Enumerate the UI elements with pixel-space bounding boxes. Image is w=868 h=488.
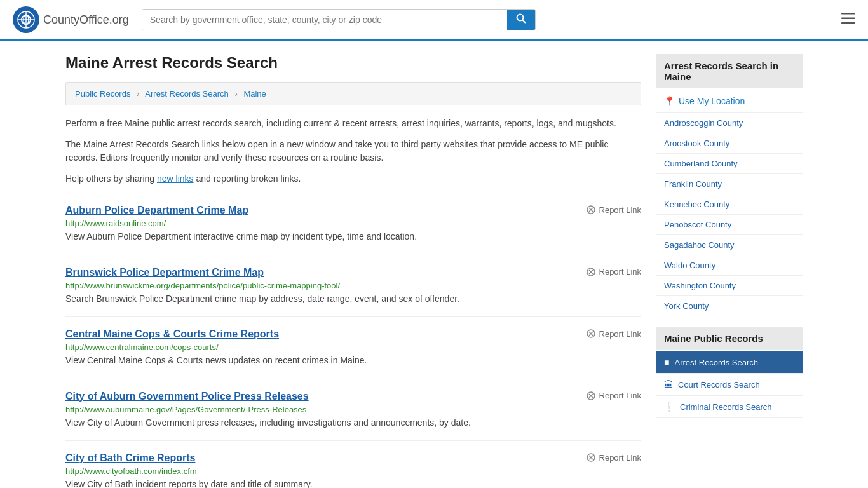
result-title[interactable]: City of Bath Crime Reports — [65, 452, 195, 464]
result-url[interactable]: http://www.centralmaine.com/cops-courts/ — [65, 342, 641, 352]
sidebar-item-washington[interactable]: Washington County — [656, 276, 803, 295]
arrest-records-label: Arrest Records Search — [674, 358, 758, 367]
main-content: Maine Arrest Records Search Public Recor… — [65, 54, 641, 488]
description-p3-suffix: and reporting broken links. — [194, 173, 301, 184]
description-p3: Help others by sharing new links and rep… — [65, 172, 641, 186]
result-item: City of Auburn Government Police Press R… — [65, 379, 641, 442]
sidebar-item-aroostook[interactable]: Aroostook County — [656, 133, 803, 153]
result-url[interactable]: http://www.cityofbath.com/index.cfm — [65, 466, 641, 476]
court-records-label: Court Records Search — [678, 380, 760, 390]
result-title[interactable]: City of Auburn Government Police Press R… — [65, 391, 309, 402]
result-title[interactable]: Auburn Police Department Crime Map — [65, 205, 248, 216]
report-icon — [586, 329, 596, 339]
sidebar-item-sagadahoc[interactable]: Sagadahoc County — [656, 235, 803, 255]
breadcrumb-arrest-records[interactable]: Arrest Records Search — [145, 89, 229, 98]
breadcrumb-maine[interactable]: Maine — [243, 89, 266, 98]
svg-rect-8 — [841, 18, 855, 20]
report-link-btn[interactable]: Report Link — [586, 205, 641, 215]
results-list: Auburn Police Department Crime Map Repor… — [65, 193, 641, 488]
report-link-btn[interactable]: Report Link — [586, 391, 641, 401]
sidebar-item-york[interactable]: York County — [656, 296, 803, 316]
result-url[interactable]: http://www.raidsonline.com/ — [65, 219, 641, 228]
report-icon — [586, 452, 596, 463]
result-item: Central Maine Cops & Courts Crime Report… — [65, 317, 641, 379]
breadcrumb-sep-2: › — [234, 89, 237, 98]
sidebar-item-court-records[interactable]: 🏛 Court Records Search — [656, 374, 803, 395]
sidebar-item-waldo[interactable]: Waldo County — [656, 255, 803, 275]
result-title[interactable]: Brunswick Police Department Crime Map — [65, 267, 264, 278]
sidebar-item-arrest-records[interactable]: ■ Arrest Records Search — [656, 351, 803, 373]
list-item: Waldo County — [656, 255, 803, 276]
logo-text: CountyOffice.org — [43, 13, 129, 27]
logo-icon — [13, 6, 39, 33]
search-input[interactable] — [142, 10, 507, 30]
result-desc: Search Brunswick Police Department crime… — [65, 293, 641, 306]
sidebar-public-records-header: Maine Public Records — [656, 327, 803, 350]
list-item: Kennebec County — [656, 194, 803, 215]
hamburger-icon — [841, 13, 855, 24]
result-title[interactable]: Central Maine Cops & Courts Crime Report… — [65, 329, 279, 340]
search-button[interactable] — [507, 10, 535, 30]
list-item: Aroostook County — [656, 133, 803, 154]
pin-icon: 📍 — [664, 96, 675, 106]
svg-rect-9 — [841, 22, 855, 24]
result-url[interactable]: http://www.auburnmaine.gov/Pages/Governm… — [65, 405, 641, 414]
breadcrumb-public-records[interactable]: Public Records — [75, 89, 130, 98]
description-p2: The Maine Arrest Records Search links be… — [65, 138, 641, 165]
list-item: 🏛 Court Records Search — [656, 374, 803, 396]
arrest-records-icon: ■ — [664, 357, 669, 367]
report-link-btn[interactable]: Report Link — [586, 452, 641, 463]
result-item: Brunswick Police Department Crime Map Re… — [65, 255, 641, 318]
breadcrumb-sep-1: › — [137, 89, 139, 98]
use-my-location-btn[interactable]: 📍 Use My Location — [656, 90, 803, 113]
report-icon — [586, 267, 596, 277]
county-list: Androscoggin County Aroostook County Cum… — [656, 113, 803, 316]
result-desc: View City of Auburn Government press rel… — [65, 417, 641, 430]
result-url[interactable]: http://www.brunswickme.org/departments/p… — [65, 281, 641, 290]
sidebar-item-franklin[interactable]: Franklin County — [656, 174, 803, 194]
use-my-location-label: Use My Location — [679, 96, 745, 106]
report-link-btn[interactable]: Report Link — [586, 267, 641, 277]
report-icon — [586, 205, 596, 215]
criminal-records-icon: ❕ — [664, 402, 675, 412]
svg-point-5 — [517, 15, 523, 21]
result-header: City of Bath Crime Reports Report Link — [65, 452, 641, 464]
list-item: Franklin County — [656, 174, 803, 194]
result-desc: View City of Bath incident reports by da… — [65, 478, 641, 488]
sidebar: Arrest Records Search in Maine 📍 Use My … — [656, 54, 803, 488]
result-item: City of Bath Crime Reports Report Link h… — [65, 441, 641, 488]
description-p3-prefix: Help others by sharing — [65, 173, 157, 184]
list-item: Cumberland County — [656, 154, 803, 174]
result-desc: View Auburn Police Department interactiv… — [65, 231, 641, 243]
criminal-records-label: Criminal Records Search — [680, 402, 772, 412]
new-links-link[interactable]: new links — [157, 173, 194, 184]
list-item: Sagadahoc County — [656, 235, 803, 255]
list-item: Androscoggin County — [656, 113, 803, 133]
result-item: Auburn Police Department Crime Map Repor… — [65, 193, 641, 255]
result-header: Auburn Police Department Crime Map Repor… — [65, 205, 641, 216]
site-logo[interactable]: CountyOffice.org — [13, 6, 129, 33]
svg-rect-7 — [841, 13, 855, 15]
list-item: ❕ Criminal Records Search — [656, 396, 803, 418]
sidebar-item-cumberland[interactable]: Cumberland County — [656, 154, 803, 173]
sidebar-item-criminal-records[interactable]: ❕ Criminal Records Search — [656, 396, 803, 417]
sidebar-arrest-header: Arrest Records Search in Maine — [656, 54, 803, 88]
description-p1: Perform a free Maine public arrest recor… — [65, 117, 641, 130]
sidebar-item-penobscot[interactable]: Penobscot County — [656, 215, 803, 234]
page-container: Maine Arrest Records Search Public Recor… — [53, 41, 815, 488]
svg-line-6 — [522, 20, 526, 24]
result-header: Central Maine Cops & Courts Crime Report… — [65, 329, 641, 340]
report-icon — [586, 391, 596, 401]
report-link-btn[interactable]: Report Link — [586, 329, 641, 339]
list-item: Washington County — [656, 276, 803, 296]
search-icon — [516, 13, 526, 24]
sidebar-item-androscoggin[interactable]: Androscoggin County — [656, 113, 803, 133]
records-list: ■ Arrest Records Search 🏛 Court Records … — [656, 351, 803, 418]
sidebar-item-kennebec[interactable]: Kennebec County — [656, 194, 803, 214]
list-item: ■ Arrest Records Search — [656, 351, 803, 374]
list-item: Penobscot County — [656, 215, 803, 235]
breadcrumb: Public Records › Arrest Records Search ›… — [65, 82, 641, 105]
site-header: CountyOffice.org — [0, 0, 868, 41]
result-header: City of Auburn Government Police Press R… — [65, 391, 641, 402]
hamburger-button[interactable] — [841, 11, 855, 28]
